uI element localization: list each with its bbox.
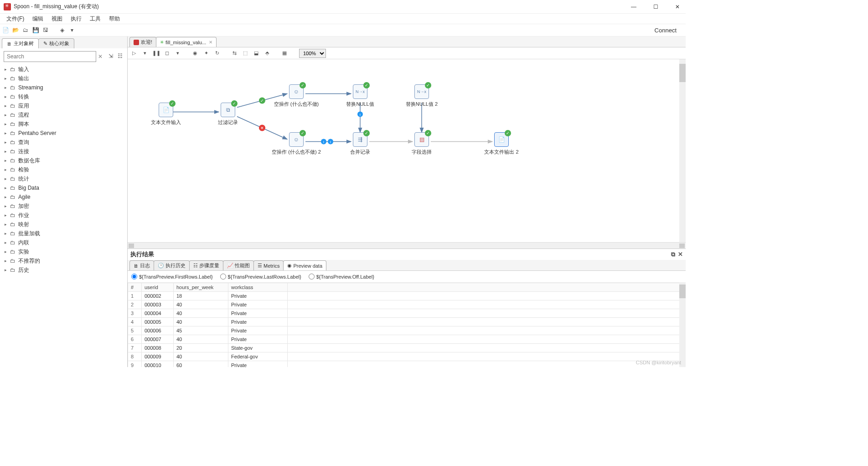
- tree-item[interactable]: ▸🗀输入: [0, 65, 127, 74]
- col-header[interactable]: userid: [142, 283, 174, 292]
- node-dummy-2[interactable]: ☺✓ 空操作 (什么也不做) 2: [269, 132, 324, 155]
- tab-transformation[interactable]: ✳ fill_missing_valu... ✕: [156, 37, 217, 47]
- menu-view[interactable]: 视图: [48, 14, 66, 24]
- node-text-file-output[interactable]: 📄✓ 文本文件输出 2: [474, 132, 529, 155]
- table-row[interactable]: 200000340Private: [128, 300, 686, 309]
- pause-icon[interactable]: ❚❚: [152, 50, 160, 56]
- node-filter-rows[interactable]: ⧉✓ 过滤记录: [201, 103, 255, 126]
- collapse-all-icon[interactable]: ☷: [116, 53, 124, 60]
- tree-item[interactable]: ▸🗀应用: [0, 101, 127, 110]
- tree-item[interactable]: ▸🗀连接: [0, 147, 127, 156]
- minimize-button[interactable]: —: [629, 4, 638, 10]
- table-row[interactable]: 500000645Private: [128, 326, 686, 335]
- tab-metrics[interactable]: ☰Metrics: [253, 260, 284, 270]
- table-row[interactable]: 800000940Federal-gov: [128, 352, 686, 361]
- tree-item[interactable]: ▸🗀历史: [0, 265, 127, 274]
- preview-table[interactable]: #useridhours_per_weekworkclass100000218P…: [128, 283, 686, 367]
- tree[interactable]: ▸🗀输入▸🗀输出▸🗀Streaming▸🗀转换▸🗀应用▸🗀流程▸🗀脚本▸🗀Pen…: [0, 65, 127, 367]
- tree-item[interactable]: ▸🗀Pentaho Server: [0, 129, 127, 138]
- tab-core-objects[interactable]: ✎核心对象: [38, 38, 74, 48]
- expand-all-icon[interactable]: ⇲: [107, 53, 114, 60]
- tab-preview-data[interactable]: ◉Preview data: [283, 260, 326, 270]
- col-header[interactable]: hours_per_week: [174, 283, 228, 292]
- menu-tools[interactable]: 工具: [86, 14, 104, 24]
- tree-item[interactable]: ▸🗀流程: [0, 110, 127, 119]
- impact-icon[interactable]: ⬚: [242, 50, 249, 56]
- table-row[interactable]: 300000440Private: [128, 309, 686, 318]
- table-row[interactable]: 100000218Private: [128, 292, 686, 300]
- replay-icon[interactable]: ↻: [213, 50, 221, 56]
- maximize-button[interactable]: ☐: [651, 4, 660, 10]
- run-icon[interactable]: ▷: [130, 50, 138, 56]
- tab-history[interactable]: 🕑执行历史: [154, 260, 190, 270]
- tree-item[interactable]: ▸🗀作业: [0, 211, 127, 220]
- menu-edit[interactable]: 编辑: [29, 14, 47, 24]
- popout-icon[interactable]: ⧉: [671, 251, 675, 258]
- col-header[interactable]: workclass: [228, 283, 288, 292]
- table-row[interactable]: 600000740Private: [128, 335, 686, 344]
- node-replace-null-1[interactable]: N→x✓ 替换NULL值: [333, 84, 388, 108]
- tree-item[interactable]: ▸🗀内联: [0, 238, 127, 247]
- close-panel-icon[interactable]: ✕: [678, 251, 683, 258]
- tab-close-icon[interactable]: ✕: [209, 40, 212, 45]
- tree-item[interactable]: ▸🗀查询: [0, 138, 127, 147]
- tree-item[interactable]: ▸🗀数据仓库: [0, 156, 127, 165]
- tab-welcome[interactable]: 欢迎!: [129, 37, 156, 47]
- tab-step-metrics[interactable]: ☷步骤度量: [189, 260, 223, 270]
- tree-item[interactable]: ▸🗀转换: [0, 92, 127, 101]
- node-merge-rows[interactable]: ⇶✓ 合并记录: [333, 132, 388, 155]
- debug-icon[interactable]: ✦: [202, 50, 210, 56]
- tree-item[interactable]: ▸🗀加密: [0, 202, 127, 211]
- tab-main-tree[interactable]: 🗎主对象树: [2, 38, 39, 48]
- perspective-icon[interactable]: ◈: [58, 26, 66, 34]
- show-results-icon[interactable]: ▦: [281, 50, 288, 56]
- node-replace-null-2[interactable]: N→x✓ 替换NULL值 2: [394, 84, 449, 108]
- tree-item[interactable]: ▸🗀Streaming: [0, 83, 127, 92]
- menu-file[interactable]: 文件(F): [3, 14, 28, 24]
- save-icon[interactable]: 💾: [32, 26, 39, 34]
- verify-icon[interactable]: ⇆: [231, 50, 238, 56]
- explore-db-icon[interactable]: ⬘: [264, 50, 271, 56]
- search-input[interactable]: [4, 51, 96, 62]
- radio-first-rows[interactable]: ${TransPreview.FirstRows.Label}: [131, 274, 213, 280]
- clear-search-icon[interactable]: ✕: [98, 53, 105, 60]
- table-row[interactable]: 400000540Private: [128, 318, 686, 326]
- tree-item[interactable]: ▸🗀检验: [0, 165, 127, 174]
- new-icon[interactable]: 📄: [2, 26, 9, 34]
- stop-dropdown-icon[interactable]: ▾: [174, 50, 181, 56]
- tab-perf-graph[interactable]: 📈性能图: [223, 260, 254, 270]
- tree-item[interactable]: ▸🗀Agile: [0, 192, 127, 202]
- table-row[interactable]: 900001060Private: [128, 361, 686, 368]
- close-button[interactable]: ✕: [673, 4, 682, 10]
- node-select-values[interactable]: ▤✓ 字段选择: [394, 132, 449, 155]
- radio-off[interactable]: ${TransPreview.Off.Label}: [309, 274, 374, 280]
- node-dummy-1[interactable]: ☺✓ 空操作 (什么也不做): [269, 84, 324, 108]
- tree-item[interactable]: ▸🗀输出: [0, 74, 127, 83]
- sql-icon[interactable]: ⬓: [253, 50, 260, 56]
- radio-last-rows[interactable]: ${TransPreview.LastRows.Label}: [220, 274, 301, 280]
- tree-item[interactable]: ▸🗀Big Data: [0, 183, 127, 192]
- tab-log[interactable]: 🗎日志: [129, 260, 154, 270]
- table-row[interactable]: 700000820State-gov: [128, 344, 686, 352]
- connect-link[interactable]: Connect: [655, 27, 677, 34]
- tree-item[interactable]: ▸🗀不推荐的: [0, 256, 127, 265]
- dropdown-icon[interactable]: ▾: [68, 26, 76, 34]
- stop-icon[interactable]: ◻: [163, 50, 170, 56]
- canvas[interactable]: ✓ ✕ i i i 📄✓: [128, 59, 686, 242]
- run-dropdown-icon[interactable]: ▾: [141, 50, 149, 56]
- preview-icon[interactable]: ◉: [191, 50, 199, 56]
- col-header[interactable]: #: [128, 283, 142, 292]
- saveas-icon[interactable]: 🖫: [42, 26, 49, 34]
- canvas-scrollbar-h[interactable]: [128, 242, 686, 249]
- tree-item[interactable]: ▸🗀映射: [0, 220, 127, 229]
- tree-item[interactable]: ▸🗀脚本: [0, 119, 127, 129]
- tree-item[interactable]: ▸🗀批量加载: [0, 229, 127, 238]
- explore-icon[interactable]: 🗂: [22, 26, 29, 34]
- table-scrollbar-v[interactable]: [679, 283, 686, 367]
- tree-item[interactable]: ▸🗀统计: [0, 174, 127, 183]
- canvas-scrollbar-v[interactable]: [679, 59, 686, 242]
- menu-run[interactable]: 执行: [67, 14, 85, 24]
- tree-item[interactable]: ▸🗀实验: [0, 247, 127, 256]
- open-icon[interactable]: 📂: [12, 26, 19, 34]
- node-text-file-input[interactable]: 📄✓ 文本文件输入: [139, 103, 193, 126]
